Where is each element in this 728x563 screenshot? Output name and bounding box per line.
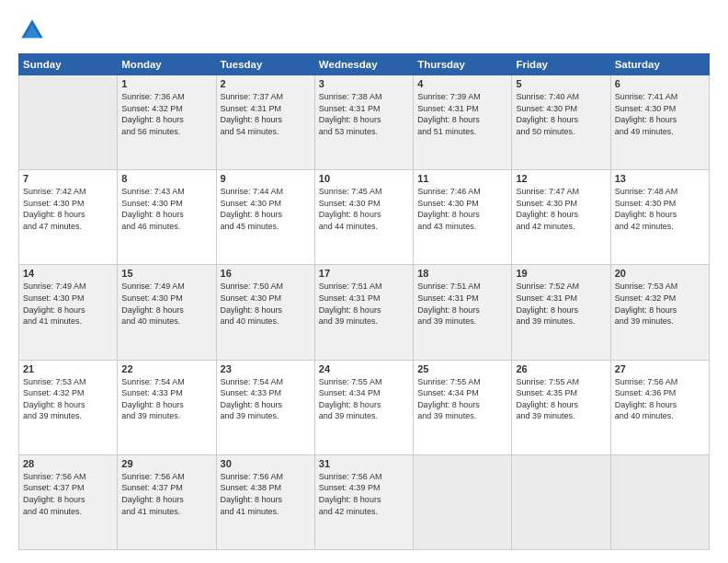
day-info: Sunrise: 7:55 AM Sunset: 4:35 PM Dayligh… [516, 376, 606, 422]
day-info: Sunrise: 7:55 AM Sunset: 4:34 PM Dayligh… [417, 376, 507, 422]
day-info: Sunrise: 7:38 AM Sunset: 4:31 PM Dayligh… [319, 91, 409, 137]
logo-icon [18, 17, 46, 44]
day-info: Sunrise: 7:56 AM Sunset: 4:37 PM Dayligh… [23, 471, 113, 517]
calendar-cell [512, 454, 610, 549]
day-number: 28 [23, 458, 113, 469]
calendar-cell: 24Sunrise: 7:55 AM Sunset: 4:34 PM Dayli… [314, 360, 413, 454]
day-info: Sunrise: 7:48 AM Sunset: 4:30 PM Dayligh… [615, 186, 705, 232]
day-number: 24 [319, 363, 409, 374]
day-info: Sunrise: 7:40 AM Sunset: 4:30 PM Dayligh… [516, 91, 606, 137]
calendar-cell: 6Sunrise: 7:41 AM Sunset: 4:30 PM Daylig… [610, 75, 709, 170]
calendar-cell: 5Sunrise: 7:40 AM Sunset: 4:30 PM Daylig… [512, 75, 610, 170]
day-info: Sunrise: 7:51 AM Sunset: 4:31 PM Dayligh… [319, 281, 409, 327]
calendar-cell: 28Sunrise: 7:56 AM Sunset: 4:37 PM Dayli… [19, 454, 118, 549]
day-number: 18 [417, 268, 507, 279]
calendar-cell: 10Sunrise: 7:45 AM Sunset: 4:30 PM Dayli… [314, 170, 413, 265]
logo [18, 17, 50, 44]
day-info: Sunrise: 7:45 AM Sunset: 4:30 PM Dayligh… [319, 186, 409, 232]
calendar-cell: 8Sunrise: 7:43 AM Sunset: 4:30 PM Daylig… [118, 170, 216, 265]
calendar-cell: 15Sunrise: 7:49 AM Sunset: 4:30 PM Dayli… [118, 265, 216, 360]
weekday-header-monday: Monday [118, 54, 216, 75]
calendar-cell: 7Sunrise: 7:42 AM Sunset: 4:30 PM Daylig… [19, 170, 118, 265]
day-info: Sunrise: 7:56 AM Sunset: 4:36 PM Dayligh… [615, 376, 705, 422]
week-row-5: 28Sunrise: 7:56 AM Sunset: 4:37 PM Dayli… [19, 454, 710, 549]
week-row-3: 14Sunrise: 7:49 AM Sunset: 4:30 PM Dayli… [19, 265, 710, 360]
calendar-cell: 9Sunrise: 7:44 AM Sunset: 4:30 PM Daylig… [216, 170, 314, 265]
day-number: 8 [121, 173, 211, 184]
calendar-cell: 30Sunrise: 7:56 AM Sunset: 4:38 PM Dayli… [216, 454, 314, 549]
day-number: 15 [121, 268, 211, 279]
weekday-header-row: SundayMondayTuesdayWednesdayThursdayFrid… [19, 54, 710, 75]
calendar: SundayMondayTuesdayWednesdayThursdayFrid… [18, 53, 710, 550]
day-info: Sunrise: 7:49 AM Sunset: 4:30 PM Dayligh… [23, 281, 113, 327]
day-number: 12 [516, 173, 606, 184]
day-info: Sunrise: 7:46 AM Sunset: 4:30 PM Dayligh… [417, 186, 507, 232]
weekday-header-tuesday: Tuesday [216, 54, 314, 75]
calendar-cell: 14Sunrise: 7:49 AM Sunset: 4:30 PM Dayli… [19, 265, 118, 360]
calendar-cell: 22Sunrise: 7:54 AM Sunset: 4:33 PM Dayli… [118, 360, 216, 454]
day-number: 6 [615, 78, 705, 89]
calendar-cell: 23Sunrise: 7:54 AM Sunset: 4:33 PM Dayli… [216, 360, 314, 454]
day-number: 17 [319, 268, 409, 279]
day-info: Sunrise: 7:53 AM Sunset: 4:32 PM Dayligh… [23, 376, 113, 422]
day-info: Sunrise: 7:49 AM Sunset: 4:30 PM Dayligh… [121, 281, 211, 327]
day-number: 21 [23, 363, 113, 374]
day-info: Sunrise: 7:47 AM Sunset: 4:30 PM Dayligh… [516, 186, 606, 232]
day-number: 7 [23, 173, 113, 184]
day-number: 26 [516, 363, 606, 374]
day-number: 13 [615, 173, 705, 184]
day-number: 4 [417, 78, 507, 89]
day-info: Sunrise: 7:52 AM Sunset: 4:31 PM Dayligh… [516, 281, 606, 327]
day-info: Sunrise: 7:37 AM Sunset: 4:31 PM Dayligh… [221, 91, 311, 137]
day-info: Sunrise: 7:39 AM Sunset: 4:31 PM Dayligh… [417, 91, 507, 137]
day-info: Sunrise: 7:41 AM Sunset: 4:30 PM Dayligh… [615, 91, 705, 137]
day-number: 23 [221, 363, 311, 374]
calendar-cell: 16Sunrise: 7:50 AM Sunset: 4:30 PM Dayli… [216, 265, 314, 360]
calendar-cell: 26Sunrise: 7:55 AM Sunset: 4:35 PM Dayli… [512, 360, 610, 454]
calendar-cell: 31Sunrise: 7:56 AM Sunset: 4:39 PM Dayli… [314, 454, 413, 549]
weekday-header-thursday: Thursday [414, 54, 512, 75]
calendar-cell: 19Sunrise: 7:52 AM Sunset: 4:31 PM Dayli… [512, 265, 610, 360]
day-info: Sunrise: 7:54 AM Sunset: 4:33 PM Dayligh… [121, 376, 211, 422]
calendar-cell: 17Sunrise: 7:51 AM Sunset: 4:31 PM Dayli… [314, 265, 413, 360]
day-info: Sunrise: 7:53 AM Sunset: 4:32 PM Dayligh… [615, 281, 705, 327]
header [18, 17, 710, 44]
day-number: 9 [221, 173, 311, 184]
day-info: Sunrise: 7:44 AM Sunset: 4:30 PM Dayligh… [221, 186, 311, 232]
calendar-cell: 18Sunrise: 7:51 AM Sunset: 4:31 PM Dayli… [414, 265, 512, 360]
calendar-cell: 27Sunrise: 7:56 AM Sunset: 4:36 PM Dayli… [610, 360, 709, 454]
day-number: 5 [516, 78, 606, 89]
calendar-cell [19, 75, 118, 170]
day-number: 16 [221, 268, 311, 279]
day-number: 30 [221, 458, 311, 469]
day-number: 20 [615, 268, 705, 279]
calendar-cell: 13Sunrise: 7:48 AM Sunset: 4:30 PM Dayli… [610, 170, 709, 265]
calendar-cell: 2Sunrise: 7:37 AM Sunset: 4:31 PM Daylig… [216, 75, 314, 170]
day-number: 31 [319, 458, 409, 469]
day-number: 2 [221, 78, 311, 89]
day-number: 19 [516, 268, 606, 279]
calendar-cell: 4Sunrise: 7:39 AM Sunset: 4:31 PM Daylig… [414, 75, 512, 170]
day-number: 25 [417, 363, 507, 374]
day-info: Sunrise: 7:42 AM Sunset: 4:30 PM Dayligh… [23, 186, 113, 232]
day-number: 11 [417, 173, 507, 184]
week-row-2: 7Sunrise: 7:42 AM Sunset: 4:30 PM Daylig… [19, 170, 710, 265]
week-row-1: 1Sunrise: 7:36 AM Sunset: 4:32 PM Daylig… [19, 75, 710, 170]
page: SundayMondayTuesdayWednesdayThursdayFrid… [0, 0, 728, 563]
calendar-cell: 12Sunrise: 7:47 AM Sunset: 4:30 PM Dayli… [512, 170, 610, 265]
day-info: Sunrise: 7:56 AM Sunset: 4:39 PM Dayligh… [319, 471, 409, 517]
calendar-cell [414, 454, 512, 549]
day-number: 22 [121, 363, 211, 374]
calendar-cell: 20Sunrise: 7:53 AM Sunset: 4:32 PM Dayli… [610, 265, 709, 360]
calendar-cell: 11Sunrise: 7:46 AM Sunset: 4:30 PM Dayli… [414, 170, 512, 265]
day-info: Sunrise: 7:50 AM Sunset: 4:30 PM Dayligh… [221, 281, 311, 327]
day-number: 10 [319, 173, 409, 184]
weekday-header-sunday: Sunday [19, 54, 118, 75]
calendar-cell: 1Sunrise: 7:36 AM Sunset: 4:32 PM Daylig… [118, 75, 216, 170]
week-row-4: 21Sunrise: 7:53 AM Sunset: 4:32 PM Dayli… [19, 360, 710, 454]
weekday-header-saturday: Saturday [610, 54, 709, 75]
day-info: Sunrise: 7:51 AM Sunset: 4:31 PM Dayligh… [417, 281, 507, 327]
day-number: 27 [615, 363, 705, 374]
day-number: 3 [319, 78, 409, 89]
day-info: Sunrise: 7:36 AM Sunset: 4:32 PM Dayligh… [121, 91, 211, 137]
